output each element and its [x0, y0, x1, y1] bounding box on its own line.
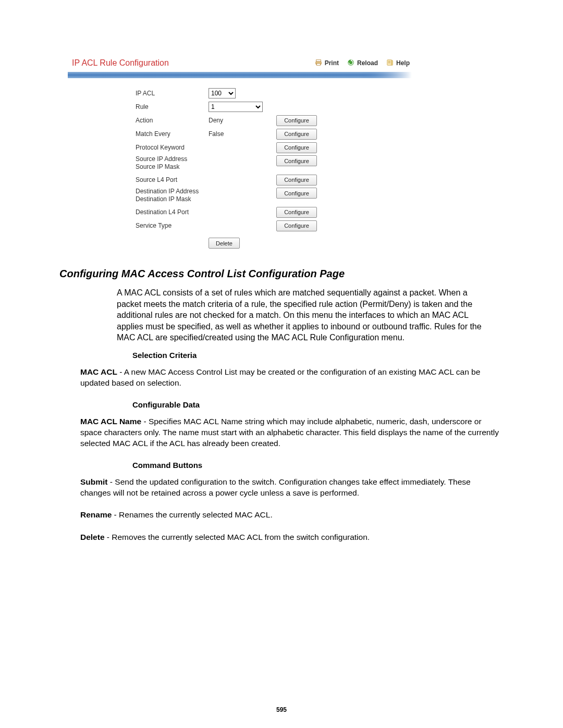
config-row: Destination IP AddressDestination IP Mas…	[136, 187, 412, 205]
ip-acl-select[interactable]: 100	[209, 88, 236, 98]
configure-button[interactable]: Configure	[276, 155, 317, 166]
config-row: ActionDenyConfigure	[136, 114, 412, 127]
panel-body: IP ACL 100 Rule 1 ActionDenyConfigureMat…	[68, 78, 412, 255]
selection-criteria-title: Selection Criteria	[132, 351, 503, 360]
mac-acl-bold: MAC ACL	[80, 367, 117, 376]
delete-button[interactable]: Delete	[209, 238, 240, 249]
print-action[interactable]: Print	[315, 59, 339, 68]
ip-acl-label: IP ACL	[136, 90, 209, 97]
submit-para: Submit - Send the updated configuration …	[80, 477, 503, 499]
command-buttons-title: Command Buttons	[132, 461, 503, 470]
rename-para: Rename - Renames the currently selected …	[80, 510, 503, 521]
help-label: Help	[396, 59, 410, 67]
config-row: Destination L4 PortConfigure	[136, 205, 412, 219]
config-row-label: Destination IP AddressDestination IP Mas…	[136, 188, 209, 203]
config-row-label: Action	[136, 117, 209, 125]
print-icon	[315, 59, 322, 68]
config-row: Source IP AddressSource IP MaskConfigure	[136, 154, 412, 173]
config-row-button-cell: Configure	[276, 220, 334, 231]
rule-select[interactable]: 1	[209, 102, 263, 112]
delete-bold: Delete	[80, 533, 105, 541]
row-rule: Rule 1	[136, 100, 412, 114]
config-row-button-cell: Configure	[276, 207, 334, 218]
configure-button[interactable]: Configure	[276, 115, 317, 126]
configure-button[interactable]: Configure	[276, 142, 317, 153]
row-ip-acl: IP ACL 100	[136, 87, 412, 100]
config-row-label: Destination L4 Port	[136, 208, 209, 216]
configure-button[interactable]: Configure	[276, 129, 317, 140]
config-row-label: Source IP AddressSource IP Mask	[136, 155, 209, 171]
reload-label: Reload	[357, 59, 378, 67]
config-row-label: Service Type	[136, 222, 209, 230]
submit-bold: Submit	[80, 477, 108, 486]
mac-acl-name-body: - Specifies MAC ACL Name string which ma…	[80, 417, 499, 448]
configure-button[interactable]: Configure	[276, 207, 317, 218]
reload-action[interactable]: Reload	[347, 59, 378, 68]
svg-rect-0	[316, 59, 321, 61]
config-row-label: Match Every	[136, 130, 209, 138]
configure-button[interactable]: Configure	[276, 220, 317, 231]
config-row-button-cell: Configure	[276, 175, 334, 186]
config-row-label: Source L4 Port	[136, 176, 209, 184]
config-row: Match EveryFalseConfigure	[136, 127, 412, 141]
doc-intro: A MAC ACL consists of a set of rules whi…	[117, 287, 492, 343]
help-icon	[386, 59, 394, 68]
configure-button[interactable]: Configure	[276, 188, 317, 199]
submit-body: - Send the updated configuration to the …	[80, 477, 471, 497]
doc-section: Configuring MAC Access Control List Conf…	[59, 268, 503, 554]
ip-acl-value-cell: 100	[209, 88, 276, 98]
mac-acl-para: MAC ACL - A new MAC Access Control List …	[80, 367, 503, 389]
svg-rect-2	[316, 63, 320, 65]
config-row: Protocol KeywordConfigure	[136, 141, 412, 154]
config-row-value: False	[209, 130, 276, 138]
rename-bold: Rename	[80, 510, 112, 519]
panel-header: IP ACL Rule Configuration Print Reload	[68, 56, 412, 72]
config-row: Source L4 PortConfigure	[136, 173, 412, 187]
panel-title: IP ACL Rule Configuration	[72, 58, 169, 68]
panel-actions: Print Reload Help	[315, 59, 410, 68]
config-row-button-cell: Configure	[276, 115, 334, 126]
configurable-data-title: Configurable Data	[132, 400, 503, 409]
mac-acl-name-para: MAC ACL Name - Specifies MAC ACL Name st…	[80, 416, 503, 449]
mac-acl-body: - A new MAC Access Control List may be c…	[80, 367, 480, 387]
configure-button[interactable]: Configure	[276, 175, 317, 186]
print-label: Print	[325, 59, 339, 67]
config-row-label: Protocol Keyword	[136, 144, 209, 152]
help-action[interactable]: Help	[386, 59, 410, 68]
config-row-button-cell: Configure	[276, 129, 334, 140]
delete-row: Delete	[136, 232, 412, 249]
delete-para: Delete - Removes the currently selected …	[80, 532, 503, 543]
config-row-button-cell: Configure	[276, 155, 334, 166]
mac-acl-name-bold: MAC ACL Name	[80, 417, 141, 426]
svg-rect-5	[391, 60, 393, 65]
page-number: 595	[0, 706, 563, 713]
config-row-button-cell: Configure	[276, 188, 334, 199]
config-panel: IP ACL Rule Configuration Print Reload	[68, 56, 412, 255]
rename-body: - Renames the currently selected MAC ACL…	[112, 510, 272, 519]
config-row: Service TypeConfigure	[136, 219, 412, 232]
config-row-value: Deny	[209, 117, 276, 124]
rule-label: Rule	[136, 103, 209, 111]
config-row-button-cell: Configure	[276, 142, 334, 153]
doc-heading: Configuring MAC Access Control List Conf…	[59, 268, 503, 280]
panel-separator-bar	[68, 72, 412, 78]
rule-value-cell: 1	[209, 102, 276, 112]
reload-icon	[347, 59, 354, 68]
delete-body: - Removes the currently selected MAC ACL…	[105, 533, 370, 541]
